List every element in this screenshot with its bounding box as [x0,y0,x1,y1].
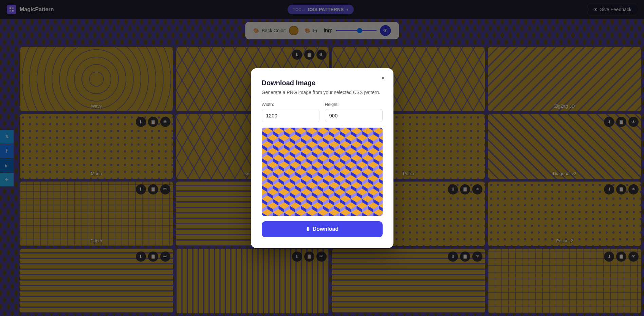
height-label: Height: [325,102,383,107]
modal-overlay[interactable]: × Download Image Generate a PNG image fr… [0,0,644,316]
modal-fields: Width: Height: [262,102,383,122]
isometric-pattern-preview [262,128,383,216]
download-icon: ⬇ [306,226,310,233]
download-button[interactable]: ⬇ Download [262,221,383,237]
download-label: Download [313,226,338,232]
close-icon: × [381,75,385,82]
pattern-preview: // We'll use CSS background instead [262,128,383,216]
width-input[interactable] [262,109,319,122]
modal-subtitle: Generate a PNG image from your selected … [262,90,383,95]
width-label: Width: [262,102,319,107]
modal-title: Download Image [262,79,383,87]
width-field-group: Width: [262,102,319,122]
download-modal: × Download Image Generate a PNG image fr… [251,68,393,248]
modal-close-button[interactable]: × [379,74,388,83]
height-field-group: Height: [325,102,383,122]
height-input[interactable] [325,109,383,122]
